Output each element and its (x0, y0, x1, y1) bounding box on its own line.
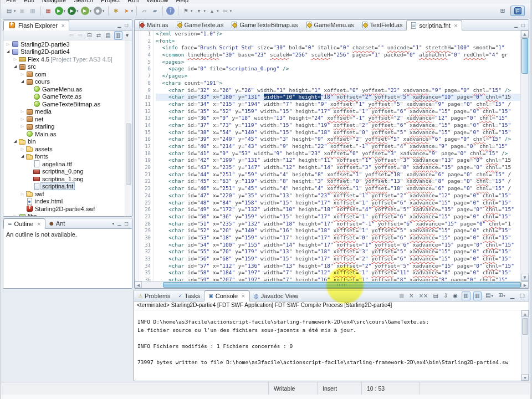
remove-launch-icon[interactable]: × (408, 292, 415, 300)
scroll-thumb[interactable] (126, 124, 131, 185)
code-line[interactable]: <char id="48" x="84" y="158" width="15" … (156, 200, 520, 207)
menu-search[interactable]: Search (70, 0, 97, 4)
editor-vertical-scrollbar[interactable]: ▲ ▼ (520, 30, 529, 281)
help-contents-button[interactable]: ? (165, 6, 176, 17)
maximize-icon[interactable]: □ (519, 292, 526, 300)
tree-item-assets[interactable]: ▷assets (3, 145, 132, 153)
code-line[interactable]: <char id="53" x="18" y="159" width="17" … (156, 234, 520, 242)
tab-problems[interactable]: ⚠Problems (134, 290, 175, 301)
code-line[interactable]: </pages> (156, 73, 520, 80)
minimize-icon[interactable]: ▁ (117, 23, 121, 28)
scroll-down-icon[interactable]: ▼ (521, 274, 529, 281)
tree-item-main-as[interactable]: Main.as (3, 130, 132, 138)
code-line[interactable]: <common lineHeight="30" base="23" scaleW… (156, 52, 520, 59)
expander-icon[interactable]: ◢ (19, 79, 25, 84)
dropdown-arrow-icon[interactable]: ▾ (14, 9, 16, 13)
dropdown-arrow-icon[interactable]: ▾ (64, 9, 66, 13)
dropdown-arrow-icon[interactable]: ▾ (131, 9, 134, 13)
code-line[interactable]: <char id="33" x="180" y="131" width="10"… (156, 94, 520, 101)
scroll-left-icon[interactable]: ◀ (135, 282, 142, 288)
code-line[interactable]: <char id="36" x="0" y="18" width="13" he… (156, 115, 520, 122)
show-stdout-icon[interactable]: ▥ (462, 291, 470, 300)
new-wizard-button[interactable]: ▤▾ (4, 6, 17, 17)
code-line[interactable]: <char id="51" x="235" y="132" width="18"… (156, 221, 520, 228)
console-scrollbar[interactable]: ▲▼ (521, 310, 529, 381)
flat-layout-icon[interactable]: ▤ (104, 32, 111, 39)
code-line[interactable]: <char id="45" x="63" y="119" width="8" h… (156, 178, 520, 185)
editor-tab-main-as[interactable]: Main.as (135, 20, 172, 30)
tree-scrollbar[interactable] (125, 40, 132, 216)
maximize-icon[interactable]: □ (521, 23, 525, 28)
expander-icon[interactable]: ▷ (19, 124, 25, 129)
dropdown-arrow-icon[interactable]: ▾ (217, 9, 219, 13)
editor-tab-scriptina-fnt[interactable]: scriptina.fnt× (406, 20, 462, 30)
tree-item-flex-4-5[interactable]: ▷Flex 4.5 [Project Type: AS3 4.5] (3, 55, 132, 63)
code-line[interactable]: <char id="58" x="184" y="197" width="7" … (156, 269, 520, 277)
minimize-icon[interactable]: ▁ (514, 23, 518, 28)
tree-item-gametextebitmap-as[interactable]: GameTexteBitmap.as (3, 100, 132, 108)
close-icon[interactable]: × (241, 293, 245, 299)
code-line[interactable]: <char id="44" x="251" y="59" width="4" h… (156, 171, 520, 178)
maximize-icon[interactable]: □ (124, 221, 129, 226)
tree-item-starling2d-partie3[interactable]: ▷Starling2D-partie3 (3, 40, 132, 48)
tree-item-starling2d-partie4-swf[interactable]: Starling2D-partie4.swf (3, 205, 132, 213)
tree-item-gametexte-as[interactable]: GameTexte.as (3, 93, 132, 101)
menu-project[interactable]: Project (97, 0, 124, 4)
tree-item-swf[interactable]: ▷swf (3, 190, 132, 198)
code-line[interactable]: <char id="34" x="215" y="194" width="7" … (156, 101, 520, 108)
dropdown-arrow-icon[interactable]: ▾ (103, 9, 105, 13)
code-line[interactable]: <char id="54" x="100" y="155" width="14"… (156, 242, 520, 249)
link-with-editor-icon[interactable]: ⇄ (95, 32, 102, 39)
scroll-down-icon[interactable]: ▼ (521, 374, 529, 381)
dropdown-arrow-icon[interactable]: ▾ (491, 294, 493, 298)
menu-help[interactable]: Help (172, 0, 193, 4)
dropdown-arrow-icon[interactable]: ▾ (204, 9, 206, 13)
code-line[interactable]: <char id="57" x="112" y="136" width="13"… (156, 263, 520, 270)
code-line[interactable]: <char id="59" x="207" y="197" width="7" … (156, 277, 520, 281)
open-perspective-button[interactable]: ⊞ (497, 6, 508, 16)
view-menu-icon[interactable]: ▾ (112, 221, 114, 226)
tree-item-angelina-ttf[interactable]: angelina.ttf (3, 160, 132, 168)
project-tree[interactable]: ▷Starling2D-partie3◢Starling2D-partie4▷F… (3, 40, 132, 216)
code-line[interactable]: <info face="Brush Script Std" size="30" … (156, 44, 520, 52)
fdt-perspective-button[interactable]: F (510, 6, 525, 16)
tree-item-media[interactable]: ▷media (3, 108, 132, 116)
menu-file[interactable]: File (2, 0, 20, 4)
editor-tab-textfield-as[interactable]: TextField.as (358, 20, 407, 30)
code-line[interactable]: <char id="32" x="26" y="26" width="1" he… (156, 87, 520, 94)
editor-horizontal-scrollbar[interactable]: ◀ ▶ (135, 281, 529, 288)
scroll-track[interactable] (142, 282, 521, 288)
expander-icon[interactable]: ▷ (19, 192, 25, 196)
code-line[interactable]: <char id="40" x="214" y="43" width="9" h… (156, 143, 520, 150)
code-line[interactable]: <char id="46" x="251" y="45" width="4" h… (156, 185, 520, 192)
code-line[interactable]: <char id="39" x="249" y="45" width="3" h… (156, 136, 520, 143)
dropdown-arrow-icon[interactable]: ▾ (230, 9, 232, 13)
expander-icon[interactable]: ▷ (19, 147, 25, 151)
scroll-thumb[interactable] (521, 38, 528, 74)
editor-tab-gametexte-as[interactable]: GameTexte.as (172, 20, 228, 30)
menu-navigate[interactable]: Navigate (38, 0, 70, 4)
code-line[interactable]: <char id="55" x="70" y="179" width="13" … (156, 248, 520, 255)
console-output[interactable]: INFO D:\home\as3facile\actionscript-faci… (134, 310, 529, 381)
hierarchical-layout-icon[interactable]: ▥ (114, 31, 122, 40)
menu-window[interactable]: Window (142, 0, 172, 4)
debug-button[interactable]: ▶▾ (66, 6, 80, 17)
close-icon[interactable]: × (454, 23, 458, 28)
tree-item-starling[interactable]: ▷starling (3, 123, 132, 131)
tab-outline[interactable]: ≡Outline× (3, 218, 45, 229)
code-line[interactable]: <char id="50" x="36" y="159" width="15" … (156, 213, 520, 221)
open-console-icon[interactable]: ⊞▾ (497, 291, 507, 300)
code-line[interactable]: <char id="43" x="235" y="147" width="12"… (156, 164, 520, 171)
tab-ant[interactable]: ●Ant (45, 218, 69, 228)
expander-icon[interactable]: ◢ (19, 154, 25, 158)
dropdown-arrow-icon[interactable]: ▾ (76, 9, 79, 13)
scroll-thumb[interactable] (522, 318, 528, 335)
code-line[interactable]: <char id="37" x="73" y="119" width="15" … (156, 122, 520, 129)
next-annotation-button[interactable]: ▾▾ (194, 6, 207, 17)
new-as-class-button[interactable]: ▦ (43, 6, 54, 17)
tree-item-net[interactable]: ▷net (3, 115, 132, 123)
code-line[interactable]: <font> (156, 38, 520, 45)
tree-item-index-html[interactable]: index.html (3, 198, 132, 206)
scroll-thumb[interactable] (163, 282, 521, 288)
expander-icon[interactable]: ◢ (12, 139, 18, 144)
